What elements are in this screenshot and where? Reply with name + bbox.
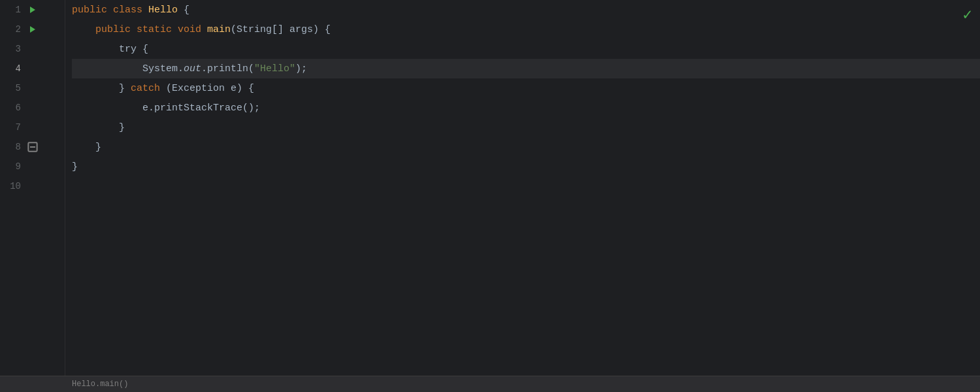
code-token: }: [72, 122, 125, 133]
gutter-row-10: 10: [0, 176, 65, 196]
line-number-8: 8: [0, 142, 26, 152]
code-line-1: public class Hello {: [72, 0, 980, 20]
code-token: try {: [72, 44, 148, 55]
checkmark-icon: ✓: [963, 5, 972, 24]
run-icon-line-2[interactable]: [27, 24, 38, 35]
line-number-7: 7: [0, 122, 26, 133]
line-number-5: 5: [0, 83, 26, 93]
code-area: 12345678910 public class Hello { public …: [0, 0, 980, 376]
code-token: );: [295, 63, 307, 74]
gutter-row-7: 7: [0, 118, 65, 137]
code-content[interactable]: public class Hello { public static void …: [65, 0, 980, 376]
code-line-8: }: [72, 137, 980, 157]
run-icon-line-1[interactable]: [27, 5, 38, 15]
gutter-row-1: 1: [0, 0, 65, 20]
fold-icon-line-8[interactable]: [27, 142, 38, 152]
line-number-1: 1: [0, 5, 26, 15]
code-token: }: [72, 161, 78, 172]
line-number-6: 6: [0, 103, 26, 113]
code-line-4: System.out.println("Hello");: [72, 59, 980, 78]
code-line-9: }: [72, 157, 980, 176]
line-gutter: 12345678910: [0, 0, 65, 376]
code-token: "Hello": [254, 63, 295, 74]
code-token: public: [72, 5, 113, 16]
line-number-2: 2: [0, 24, 26, 35]
code-token: [] args) {: [272, 24, 331, 35]
code-token: void: [178, 24, 207, 35]
code-token: }: [72, 142, 101, 153]
code-token: e.printStackTrace();: [72, 103, 260, 114]
code-token: {: [178, 5, 189, 16]
code-token: String: [237, 24, 272, 35]
bottom-bar: Hello.main(): [0, 376, 980, 392]
code-token: catch: [131, 83, 166, 94]
svg-marker-0: [30, 7, 35, 13]
code-token: Hello: [148, 5, 178, 16]
code-line-6: e.printStackTrace();: [72, 98, 980, 118]
code-token: out: [184, 63, 201, 74]
code-token: }: [72, 83, 131, 94]
code-line-10: [72, 176, 980, 196]
bottom-bar-text: Hello.main(): [72, 380, 128, 389]
gutter-row-4: 4: [0, 59, 65, 78]
code-token: public: [72, 24, 137, 35]
code-token: static: [137, 24, 178, 35]
code-token: .println(: [201, 63, 254, 74]
line-number-4: 4: [0, 63, 26, 74]
code-token: System.: [72, 63, 184, 74]
gutter-row-6: 6: [0, 98, 65, 118]
line-number-9: 9: [0, 161, 26, 172]
code-editor: ✓ 12345678910 public class Hello { publi…: [0, 0, 980, 392]
gutter-row-3: 3: [0, 39, 65, 59]
gutter-row-2: 2: [0, 20, 65, 39]
gutter-row-8: 8: [0, 137, 65, 157]
code-line-3: try {: [72, 39, 980, 59]
code-line-2: public static void main(String[] args) {: [72, 20, 980, 39]
line-number-10: 10: [0, 181, 26, 191]
gutter-row-5: 5: [0, 78, 65, 98]
code-token: class: [113, 5, 148, 16]
code-token: (: [231, 24, 237, 35]
code-line-7: }: [72, 118, 980, 137]
code-token: main: [207, 24, 231, 35]
svg-marker-1: [30, 26, 35, 33]
gutter-row-9: 9: [0, 157, 65, 176]
code-token: (Exception e) {: [166, 83, 254, 94]
line-number-3: 3: [0, 44, 26, 54]
code-line-5: } catch (Exception e) {: [72, 78, 980, 98]
